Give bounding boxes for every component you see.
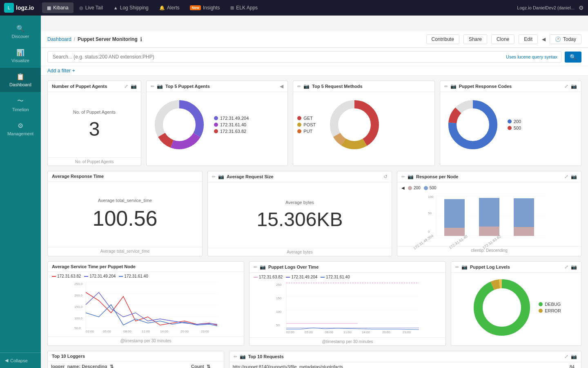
legend-dot-0 [214,116,218,120]
expand2-icon[interactable]: ⤢ [564,83,568,89]
date-picker[interactable]: 🕐 Today [550,34,581,44]
clock-icon: 🕐 [555,36,561,42]
search-input[interactable] [47,51,561,63]
panel-avg-request-size-header: ✏ 📷 Average Request Size ↺ [208,171,392,182]
loggers-col-name[interactable]: logger_name: Descending ⇅ [48,361,188,368]
avg-request-size-value: 15.306KB [257,208,343,231]
left-arrow-icon[interactable]: ◀ [280,83,283,89]
camera4-icon: 📷 [571,83,577,89]
edit5-icon[interactable]: ✏ [401,174,405,180]
panel-avg-response: Average Response Time Average total_serv… [47,171,203,256]
expand3-icon[interactable]: ⤢ [564,174,568,180]
code-legend-1: 500 [508,126,521,130]
breadcrumb-current: Puppet Server Monitoring [78,36,138,42]
sidebar-item-dashboard[interactable]: 📋 Dashboard [0,68,41,92]
service-legend-0-line [52,276,56,277]
info-icon[interactable]: ℹ [140,36,142,43]
method-dot-2 [297,129,301,133]
node-legend-0: 200 [414,186,421,190]
edit-button[interactable]: Edit [519,34,538,44]
edit-pencil3-icon[interactable]: ✏ [444,84,448,89]
sort-icon-count[interactable]: ⇅ [207,364,210,368]
camera6-icon: 📷 [408,174,414,180]
visualize-icon: 📊 [16,49,24,56]
svg-text:08:00: 08:00 [123,330,132,333]
svg-text:23:00: 23:00 [403,330,411,334]
puppet-logs-svg: 250 150 100 50 02:00 [254,281,441,334]
sidebar-collapse-button[interactable]: ◀ Collapse [0,352,41,368]
nav-logshipping[interactable]: ▲ Log Shipping [109,2,154,13]
panel-puppet-agents-icons: ⤢ 📷 [124,83,137,89]
user-label[interactable]: Logz.io DanielDev2 (daniel... [517,5,575,10]
prev-icon[interactable]: ◀ [542,36,546,42]
svg-text:02:00: 02:00 [286,330,295,334]
edit-pencil-icon[interactable]: ✏ [151,84,154,89]
main-content: Dashboard / Puppet Server Monitoring ℹ C… [41,31,588,368]
bar-500-0 [444,199,465,228]
response-per-node-legend: ◀ 200 500 [401,186,577,190]
edit-pencil2-icon[interactable]: ✏ [297,84,301,89]
panel-response-codes-title: Puppet Response Codes [459,84,512,89]
top5-agents-legend: 172.31.49.204 172.31.61.40 172.31.63.82 [214,116,249,134]
nav-livetail[interactable]: ◎ Live Tail [74,2,108,13]
panel-response-codes-header: ✏ 📷 Puppet Response Codes ⤢ 📷 [440,81,581,92]
settings-icon[interactable]: ⚙ [579,4,584,11]
expand4-icon[interactable]: ⤢ [564,264,568,270]
management-icon: ⚙ [18,122,23,130]
svg-text:05:00: 05:00 [103,330,111,333]
top5-methods-legend: GET POST PUT [297,116,316,134]
svg-text:150: 150 [276,296,282,300]
method-legend-0: GET [297,116,316,121]
panel-response-per-node: ✏ 📷 Response per Node ⤢ 📷 ◀ 200 [397,171,581,256]
log-levels-chart [471,277,532,338]
breadcrumb-home[interactable]: Dashboard [47,36,71,42]
edit7-icon[interactable]: ✏ [455,265,459,270]
log-level-dot-1 [539,309,543,313]
sidebar-item-management[interactable]: ⚙ Management [0,117,41,141]
method-dot-1 [297,123,301,127]
panel-avg-service-header: Average Service Time per Puppet Node [48,262,244,272]
edit8-icon[interactable]: ✏ [234,354,237,359]
expand-icon[interactable]: ⤢ [124,83,128,89]
method-dot-0 [297,116,301,120]
sidebar-item-discover[interactable]: 🔍 Discover [0,20,41,44]
sidebar-item-timelion[interactable]: 〜 Timelion [0,92,41,117]
contribute-button[interactable]: Contribute [426,34,459,44]
panel-response-per-node-title: Response per Node [416,174,458,179]
bar-500-2 [514,198,534,227]
edit6-icon[interactable]: ✏ [254,265,257,270]
panel-top10-loggers-title: Top 10 Loggers [52,354,85,359]
top5-agents-chart [151,96,208,153]
nav-alerts[interactable]: 🔔 Alerts [154,2,185,13]
timelion-icon: 〜 [17,97,24,105]
response-codes-icons: ⤢ 📷 [564,83,577,89]
panel-top5-methods: ✏ 📷 Top 5 Request Methods GET POST [293,81,434,166]
response-codes-legend: 200 500 [508,119,521,130]
left-nav-icon[interactable]: ◀ [401,186,405,190]
search-button[interactable]: 🔍 [565,52,581,63]
panel-top10-loggers-header: Top 10 Loggers [48,351,224,361]
discover-icon: 🔍 [16,25,24,32]
svg-text:100: 100 [276,310,282,314]
share-button[interactable]: Share [463,34,487,44]
expand5-icon[interactable]: ⤢ [564,354,568,359]
logs-legend-2-line [321,277,325,278]
sort-icon-name[interactable]: ⇅ [110,364,114,368]
panel-response-codes: ✏ 📷 Puppet Response Codes ⤢ 📷 [440,81,581,166]
logo[interactable]: L logz.io [4,3,34,13]
camera10-icon: 📷 [571,264,577,270]
clone-button[interactable]: Clone [491,34,514,44]
sidebar-item-visualize[interactable]: 📊 Visualize [0,44,41,68]
nav-elkapps[interactable]: ⊞ ELK Apps [225,2,263,13]
refresh-icon[interactable]: ↺ [383,174,388,180]
nav-insights[interactable]: New Insights [185,2,225,13]
nav-kibana[interactable]: ▦ Kibana [42,2,73,13]
lucene-hint[interactable]: Uses lucene query syntax [506,54,557,59]
edit4-icon[interactable]: ✏ [212,174,216,180]
loggers-col-count[interactable]: Count ⇅ [188,361,224,368]
svg-text:11:00: 11:00 [343,330,352,334]
add-filter-button[interactable]: Add a filter + [47,66,75,75]
bar-500-1 [479,198,499,227]
puppet-logs-footer: @timestamp per 30 minutes [249,337,445,346]
svg-text:23:00: 23:00 [201,330,209,333]
